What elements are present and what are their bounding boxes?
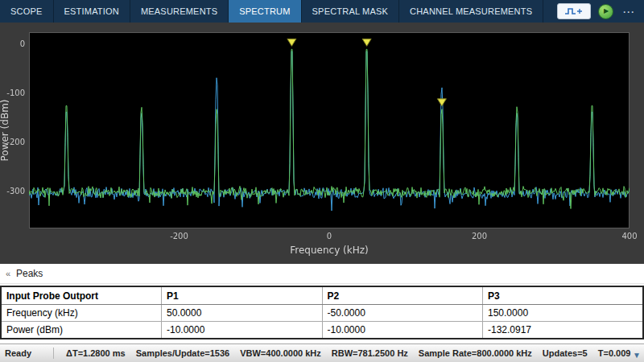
power-p1-value: -10.0000: [162, 322, 323, 339]
power-p2-value: -10.0000: [322, 322, 483, 339]
tab-spectrum[interactable]: SPECTRUM: [229, 0, 301, 23]
table-header-source: Input Probe Outport: [1, 286, 162, 305]
peaks-table: Input Probe Outport P1 P2 P3 Frequency (…: [0, 286, 644, 339]
status-samples-per-update: Samples/Update=1536: [136, 348, 229, 358]
table-header-row: Input Probe Outport P1 P2 P3: [1, 286, 643, 305]
status-bar: Ready ΔT=1.2800 ms Samples/Update=1536 V…: [0, 343, 644, 362]
frequency-p1-value: 50.0000: [162, 305, 323, 322]
spectrum-analyzer-window: SCOPE ESTIMATION MEASUREMENTS SPECTRUM S…: [0, 0, 644, 362]
status-vbw: VBW=400.0000 kHz: [240, 348, 321, 358]
more-options-button[interactable]: ⋯: [621, 6, 636, 18]
peaks-table-container: Input Probe Outport P1 P2 P3 Frequency (…: [0, 284, 644, 339]
frequency-p3-value: 150.0000: [483, 305, 644, 322]
status-expand-icon[interactable]: ▼: [633, 351, 641, 360]
spectrum-plot[interactable]: [0, 23, 644, 264]
tab-scope[interactable]: SCOPE: [0, 0, 54, 23]
probe-tool-button[interactable]: [557, 3, 591, 19]
run-button[interactable]: ▶: [598, 4, 613, 19]
tab-measurements[interactable]: MEASUREMENTS: [130, 0, 229, 23]
play-icon: ▶: [604, 8, 609, 14]
peaks-panel-title: Peaks: [16, 268, 43, 279]
tab-channel-measurements[interactable]: CHANNEL MEASUREMENTS: [399, 0, 543, 23]
row-label-power: Power (dBm): [1, 322, 162, 339]
table-header-p2: P2: [322, 286, 483, 305]
tab-spectral-mask[interactable]: SPECTRAL MASK: [302, 0, 400, 23]
row-label-frequency: Frequency (kHz): [1, 305, 162, 322]
table-header-p3: P3: [483, 286, 644, 305]
frequency-p2-value: -50.0000: [322, 305, 483, 322]
panel-collapse-icon[interactable]: «: [0, 269, 16, 278]
peaks-panel-header: « Peaks: [0, 264, 644, 284]
status-sample-rate: Sample Rate=800.0000 kHz: [419, 348, 532, 358]
status-delta-t: ΔT=1.2800 ms: [66, 348, 126, 358]
toolbar-actions: ▶ ⋯: [557, 0, 644, 23]
status-state: Ready: [5, 348, 31, 358]
power-p3-value: -132.0917: [483, 322, 644, 339]
probe-icon: [564, 6, 584, 16]
status-time: T=0.009: [598, 348, 631, 358]
status-rbw: RBW=781.2500 Hz: [332, 348, 408, 358]
tab-estimation[interactable]: ESTIMATION: [54, 0, 130, 23]
toolbar: SCOPE ESTIMATION MEASUREMENTS SPECTRUM S…: [0, 0, 644, 23]
status-updates: Updates=5: [543, 348, 588, 358]
table-header-p1: P1: [162, 286, 323, 305]
table-row-frequency: Frequency (kHz) 50.0000 -50.0000 150.000…: [1, 305, 643, 322]
table-row-power: Power (dBm) -10.0000 -10.0000 -132.0917: [1, 322, 643, 339]
status-divider: [53, 348, 54, 359]
